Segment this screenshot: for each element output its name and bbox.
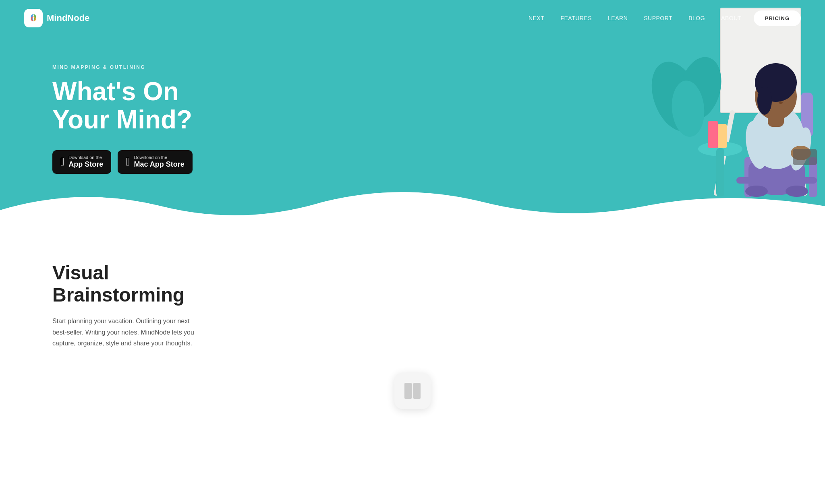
hero-buttons:  Download on the App Store  Download o… <box>52 150 226 174</box>
mac-store-bottom-text: Mac App Store <box>134 160 184 169</box>
svg-rect-29 <box>708 121 718 148</box>
logo-icon <box>24 9 43 27</box>
svg-rect-30 <box>718 124 727 148</box>
svg-point-26 <box>779 101 783 104</box>
nav-next[interactable]: NEXT <box>529 15 544 21</box>
nav-features[interactable]: FEATURES <box>560 15 592 21</box>
hero-title: What's On Your Mind? <box>52 77 226 134</box>
svg-rect-32 <box>413 383 421 399</box>
pricing-button[interactable]: PRICING <box>754 10 801 26</box>
nav-blog[interactable]: BLOG <box>688 15 705 21</box>
svg-rect-31 <box>404 383 412 399</box>
brand-name: MindNode <box>47 13 89 23</box>
app-store-button[interactable]:  Download on the App Store <box>52 150 111 174</box>
mac-store-text: Download on the Mac App Store <box>134 155 184 169</box>
logo-wrap[interactable]: MindNode <box>24 9 89 27</box>
svg-rect-21 <box>793 149 817 165</box>
hero-subtitle: MIND MAPPING & OUTLINING <box>52 64 226 70</box>
mindnode-logo-svg <box>26 11 41 25</box>
navbar: MindNode NEXT FEATURES LEARN SUPPORT BLO… <box>0 0 825 36</box>
heading-line2: Brainstorming <box>52 284 184 306</box>
hero-wave <box>0 186 825 229</box>
second-section: Visual Brainstorming Start planning your… <box>0 229 825 433</box>
apple-mac-icon:  <box>126 156 130 167</box>
nav-links: NEXT FEATURES LEARN SUPPORT BLOG ABOUT <box>529 14 742 22</box>
nav-support[interactable]: SUPPORT <box>644 15 672 21</box>
brainstorming-body: Start planning your vacation. Outlining … <box>52 316 197 349</box>
nav-learn[interactable]: LEARN <box>608 15 628 21</box>
app-icon-preview <box>394 373 431 409</box>
mac-app-store-button[interactable]:  Download on the Mac App Store <box>118 150 193 174</box>
app-store-bottom-text: App Store <box>68 160 103 169</box>
mac-store-top-text: Download on the <box>134 155 184 160</box>
svg-point-25 <box>757 87 772 115</box>
app-icon-svg <box>402 381 423 401</box>
visual-brainstorming-heading: Visual Brainstorming <box>52 262 214 306</box>
svg-point-0 <box>26 11 41 25</box>
apple-icon:  <box>60 156 64 167</box>
nav-about[interactable]: ABOUT <box>721 15 742 21</box>
app-store-text: Download on the App Store <box>68 155 103 169</box>
heading-line1: Visual <box>52 262 109 283</box>
app-store-top-text: Download on the <box>68 155 103 160</box>
